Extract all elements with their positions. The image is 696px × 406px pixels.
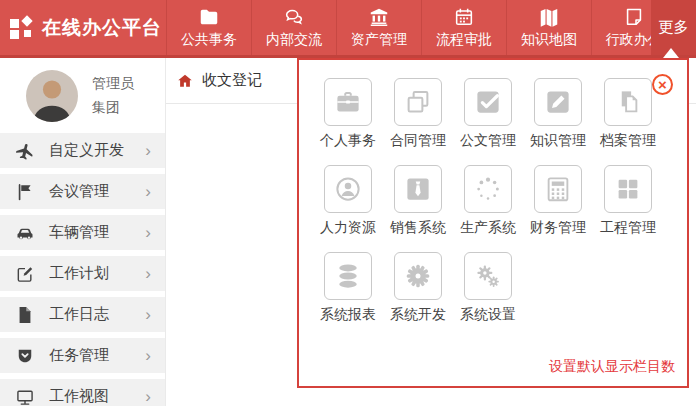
folder-icon — [198, 6, 220, 28]
copy-icon — [394, 78, 442, 126]
app-tile-label: 销售系统 — [390, 219, 446, 237]
sidebar-item-label: 任务管理 — [49, 346, 109, 365]
sidebar-item[interactable]: 车辆管理› — [0, 215, 165, 250]
plane-icon — [15, 141, 35, 161]
app-tile[interactable]: 销售系统 — [383, 165, 453, 237]
app-logo[interactable]: 在线办公平台 — [10, 0, 162, 55]
page-title: 收文登记 — [202, 71, 262, 90]
app-tile-label: 工程管理 — [600, 219, 656, 237]
topbar-item[interactable]: 流程审批 — [421, 0, 506, 55]
close-icon[interactable]: × — [652, 74, 673, 95]
app-tile-label: 系统设置 — [460, 306, 516, 324]
app-tile[interactable]: 财务管理 — [523, 165, 593, 237]
sidebar-menu: 自定义开发›会议管理›车辆管理›工作计划›工作日志›任务管理›工作视图› — [0, 133, 165, 406]
set-columns-link[interactable]: 设置默认显示栏目数 — [549, 358, 675, 376]
app-tile[interactable]: 工程管理 — [593, 165, 663, 237]
monitor-icon — [15, 387, 35, 406]
app-tile-label: 财务管理 — [530, 219, 586, 237]
topbar-item[interactable]: 内部交流 — [251, 0, 336, 55]
chevron-right-icon: › — [145, 306, 151, 323]
app-tile-label: 系统开发 — [390, 306, 446, 324]
app-tile[interactable]: 个人事务 — [313, 78, 383, 150]
app-tile-label: 档案管理 — [600, 132, 656, 150]
sidebar-item-label: 自定义开发 — [49, 141, 124, 160]
gear-icon — [394, 252, 442, 300]
topbar-item[interactable]: 资产管理 — [336, 0, 421, 55]
app-tile[interactable]: 系统设置 — [453, 252, 523, 324]
more-button-label: 更多 — [659, 18, 689, 37]
user-avatar[interactable] — [26, 70, 78, 122]
sidebar-item[interactable]: 会议管理› — [0, 174, 165, 209]
sidebar-item-label: 工作视图 — [49, 387, 109, 406]
home-icon — [176, 72, 194, 90]
sidebar-item[interactable]: 任务管理› — [0, 338, 165, 373]
app-tile-label: 系统报表 — [320, 306, 376, 324]
topbar-item-label: 流程审批 — [436, 31, 492, 49]
app-tile[interactable]: 系统开发 — [383, 252, 453, 324]
sidebar-item-label: 会议管理 — [49, 182, 109, 201]
app-tile[interactable]: 合同管理 — [383, 78, 453, 150]
app-title: 在线办公平台 — [42, 15, 162, 41]
apps-grid: 个人事务合同管理公文管理知识管理档案管理人力资源销售系统生产系统财务管理工程管理… — [299, 60, 669, 339]
pocket-icon — [15, 346, 35, 366]
car-icon — [15, 223, 35, 243]
app-tile-label: 知识管理 — [530, 132, 586, 150]
app-tile-label: 生产系统 — [460, 219, 516, 237]
app-tile-label: 合同管理 — [390, 132, 446, 150]
tie-icon — [394, 165, 442, 213]
app-tile[interactable]: 知识管理 — [523, 78, 593, 150]
gears-icon — [464, 252, 512, 300]
chevron-right-icon: › — [145, 347, 151, 364]
chat-icon — [283, 6, 305, 28]
sidebar-item[interactable]: 自定义开发› — [0, 133, 165, 168]
app-tile-label: 人力资源 — [320, 219, 376, 237]
sidebar-item-label: 车辆管理 — [49, 223, 109, 242]
calculator-icon — [534, 165, 582, 213]
chevron-right-icon: › — [145, 183, 151, 200]
user-circle-icon — [324, 165, 372, 213]
chevron-right-icon: › — [145, 224, 151, 241]
sidebar-item-label: 工作日志 — [49, 305, 109, 324]
app-tile[interactable]: 人力资源 — [313, 165, 383, 237]
blocks-logo-icon — [10, 16, 34, 40]
user-org: 集团 — [92, 96, 134, 120]
app-tile[interactable]: 系统报表 — [313, 252, 383, 324]
sidebar-item-label: 工作计划 — [49, 264, 109, 283]
map-icon — [538, 6, 560, 28]
sidebar-item[interactable]: 工作日志› — [0, 297, 165, 332]
dropdown-arrow — [663, 48, 679, 58]
topbar-nav: 公共事务内部交流资产管理流程审批知识地图行政办公 — [166, 0, 676, 55]
calendar-icon — [453, 6, 475, 28]
topbar-item[interactable]: 知识地图 — [506, 0, 591, 55]
sidebar-item[interactable]: 工作视图› — [0, 379, 165, 406]
topbar-item-label: 内部交流 — [266, 31, 322, 49]
user-block: 管理员 集团 — [0, 58, 165, 122]
chevron-right-icon: › — [145, 142, 151, 159]
spinner-icon — [464, 165, 512, 213]
more-apps-panel: × 个人事务合同管理公文管理知识管理档案管理人力资源销售系统生产系统财务管理工程… — [297, 58, 689, 388]
bank-icon — [368, 6, 390, 28]
grid-icon — [604, 165, 652, 213]
check-square-icon — [464, 78, 512, 126]
database-icon — [324, 252, 372, 300]
pages-icon — [604, 78, 652, 126]
topbar-item-label: 公共事务 — [181, 31, 237, 49]
page-icon — [623, 6, 645, 28]
sidebar: 管理员 集团 自定义开发›会议管理›车辆管理›工作计划›工作日志›任务管理›工作… — [0, 58, 166, 406]
topbar-item-label: 资产管理 — [351, 31, 407, 49]
chevron-right-icon: › — [145, 388, 151, 405]
chevron-right-icon: › — [145, 265, 151, 282]
topbar-item-label: 知识地图 — [521, 31, 577, 49]
more-button[interactable]: 更多 — [651, 0, 696, 55]
user-name: 管理员 — [92, 72, 134, 96]
sidebar-item[interactable]: 工作计划› — [0, 256, 165, 291]
app-tile-label: 个人事务 — [320, 132, 376, 150]
topbar: 在线办公平台 公共事务内部交流资产管理流程审批知识地图行政办公 更多 — [0, 0, 696, 58]
topbar-item[interactable]: 公共事务 — [166, 0, 251, 55]
pencil-icon — [534, 78, 582, 126]
app-tile[interactable]: 生产系统 — [453, 165, 523, 237]
flag-icon — [15, 182, 35, 202]
file-icon — [15, 305, 35, 325]
user-meta: 管理员 集团 — [92, 72, 134, 120]
app-tile[interactable]: 公文管理 — [453, 78, 523, 150]
